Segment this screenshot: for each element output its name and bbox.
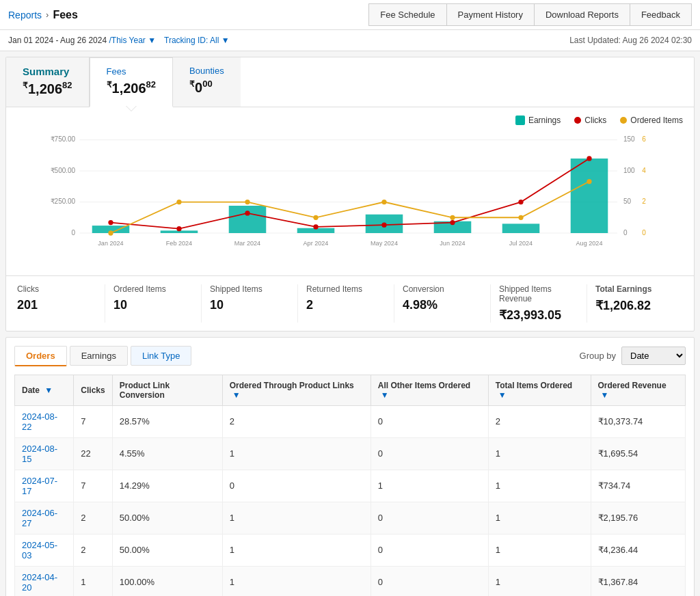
breadcrumb-separator: › <box>46 10 49 20</box>
data-table: Date ▼ Clicks Product Link Conversion Or… <box>14 375 686 596</box>
group-by-select[interactable]: Date Product Link Type <box>621 347 686 365</box>
table-row: 2024-04-20 1 100.00% 1 0 1 ₹1,367.84 <box>15 566 686 596</box>
svg-point-31 <box>587 156 591 161</box>
orders-tab-link-type[interactable]: Link Type <box>131 346 191 366</box>
summary-tab[interactable]: Summary ₹1,20682 <box>6 57 90 107</box>
stat-conversion: Conversion 4.98% <box>394 284 491 323</box>
col-product-link-conv: Product Link Conversion <box>112 375 222 405</box>
cell-total-items: 1 <box>488 566 591 596</box>
shipped-items-value: 10 <box>210 298 289 312</box>
total-sort-icon[interactable]: ▼ <box>498 390 507 400</box>
other-sort-icon[interactable]: ▼ <box>381 390 389 400</box>
summary-section: Summary ₹1,20682 Fees ₹1,20682 Bounties … <box>5 57 695 331</box>
cell-revenue: ₹2,195.76 <box>591 502 685 534</box>
shipped-items-label: Shipped Items <box>210 284 289 294</box>
cell-ordered-product: 0 <box>222 470 371 502</box>
svg-rect-23 <box>571 159 608 233</box>
cell-date[interactable]: 2024-05-03 <box>15 534 74 566</box>
cell-date[interactable]: 2024-08-15 <box>15 437 74 470</box>
cell-revenue: ₹734.74 <box>591 470 685 502</box>
svg-point-32 <box>108 230 113 235</box>
orders-tab-orders[interactable]: Orders <box>14 346 67 366</box>
date-sort-icon[interactable]: ▼ <box>44 385 53 395</box>
group-by-label: Group by <box>580 351 616 361</box>
orders-section: Orders Earnings Link Type Group by Date … <box>5 337 695 596</box>
download-reports-button[interactable]: Download Reports <box>535 3 630 26</box>
ordered-sort-icon[interactable]: ▼ <box>232 390 241 400</box>
orders-tabs: Orders Earnings Link Type <box>14 346 191 366</box>
svg-point-28 <box>381 222 386 227</box>
fees-tab-label: Fees <box>107 66 157 77</box>
clicks-icon <box>574 117 581 124</box>
svg-text:2: 2 <box>642 198 646 205</box>
svg-point-30 <box>518 200 523 204</box>
stat-total-earnings: Total Earnings ₹1,206.82 <box>587 284 683 323</box>
cell-total-items: 1 <box>488 470 591 502</box>
this-year-link[interactable]: /This Year ▼ <box>109 36 156 45</box>
cell-clicks: 1 <box>74 566 112 596</box>
cell-other-items: 0 <box>371 437 488 470</box>
cell-revenue: ₹1,695.54 <box>591 437 685 470</box>
svg-text:0: 0 <box>623 228 628 236</box>
cell-conversion: 28.57% <box>112 405 222 437</box>
cell-total-items: 2 <box>488 405 591 437</box>
ordered-items-value: 10 <box>113 298 193 312</box>
cell-revenue: ₹4,236.44 <box>591 534 685 566</box>
table-row: 2024-06-27 2 50.00% 1 0 1 ₹2,195.76 <box>15 502 686 534</box>
svg-point-37 <box>450 215 455 219</box>
total-earnings-label: Total Earnings <box>595 284 675 294</box>
stat-returned-items: Returned Items 2 <box>298 284 394 323</box>
svg-text:100: 100 <box>623 166 635 174</box>
cell-revenue: ₹1,367.84 <box>591 566 685 596</box>
svg-text:4: 4 <box>642 166 646 174</box>
fees-decimal: 82 <box>146 79 156 90</box>
svg-point-35 <box>313 215 318 219</box>
cell-date[interactable]: 2024-07-17 <box>15 470 74 502</box>
returned-items-value: 2 <box>306 298 386 312</box>
cell-ordered-product: 1 <box>222 566 371 596</box>
svg-point-33 <box>176 200 181 204</box>
feedback-button[interactable]: Feedback <box>630 3 692 26</box>
col-ordered-revenue: Ordered Revenue ▼ <box>591 375 685 405</box>
svg-text:50: 50 <box>623 198 632 205</box>
payment-history-button[interactable]: Payment History <box>447 3 535 26</box>
cell-clicks: 22 <box>74 437 112 470</box>
legend-earnings-label: Earnings <box>528 116 561 125</box>
summary-currency: ₹ <box>23 81 28 90</box>
svg-point-26 <box>245 211 250 215</box>
svg-text:₹750.00: ₹750.00 <box>51 135 76 143</box>
fee-schedule-button[interactable]: Fee Schedule <box>368 3 446 26</box>
revenue-sort-icon[interactable]: ▼ <box>601 390 609 400</box>
cell-conversion: 14.29% <box>112 470 222 502</box>
tracking-id[interactable]: Tracking ID: All ▼ <box>164 36 229 45</box>
reports-link[interactable]: Reports <box>8 10 42 21</box>
top-nav: Reports › Fees Fee Schedule Payment Hist… <box>0 0 700 30</box>
cell-date[interactable]: 2024-08-22 <box>15 405 74 437</box>
conversion-label: Conversion <box>403 284 482 294</box>
total-earnings-value: ₹1,206.82 <box>595 298 675 313</box>
cell-total-items: 1 <box>488 534 591 566</box>
last-updated: Last Updated: Aug 26 2024 02:30 <box>569 36 692 45</box>
date-range-text: Jan 01 2024 - Aug 26 2024 <box>8 36 107 45</box>
fees-tab[interactable]: Fees ₹1,20682 <box>90 57 174 107</box>
cell-date[interactable]: 2024-04-20 <box>15 566 74 596</box>
svg-text:Jul 2024: Jul 2024 <box>509 240 533 247</box>
bounties-tab[interactable]: Bounties ₹000 <box>173 57 241 107</box>
svg-text:Apr 2024: Apr 2024 <box>304 240 329 247</box>
svg-text:Jun 2024: Jun 2024 <box>440 240 465 247</box>
cell-clicks: 7 <box>74 405 112 437</box>
conversion-value: 4.98% <box>403 298 482 312</box>
shipped-revenue-label: Shipped Items Revenue <box>499 284 578 303</box>
stat-shipped-items: Shipped Items 10 <box>202 284 298 323</box>
legend-ordered-items-label: Ordered Items <box>630 116 683 125</box>
bounties-tab-label: Bounties <box>189 66 224 76</box>
cell-ordered-product: 1 <box>222 534 371 566</box>
svg-text:0: 0 <box>642 228 646 236</box>
legend-ordered-items: Ordered Items <box>620 116 683 125</box>
table-row: 2024-05-03 2 50.00% 1 0 1 ₹4,236.44 <box>15 534 686 566</box>
fees-tab-value: ₹1,20682 <box>107 79 157 96</box>
svg-rect-22 <box>502 224 540 233</box>
orders-tab-earnings[interactable]: Earnings <box>70 346 128 366</box>
cell-date[interactable]: 2024-06-27 <box>15 502 74 534</box>
col-clicks: Clicks <box>74 375 112 405</box>
